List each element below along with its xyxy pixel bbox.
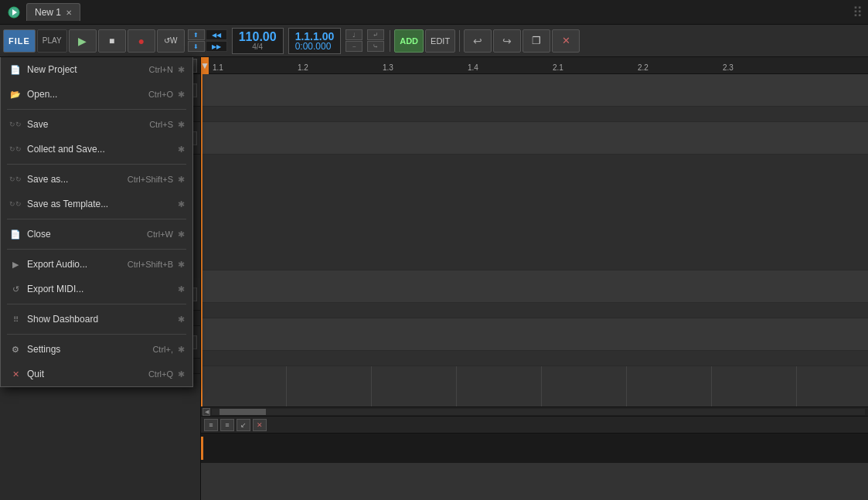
play-button[interactable]: ▶ xyxy=(69,29,97,53)
save-as-template-label: Save as Template... xyxy=(27,199,173,209)
bottom-tb-btn-3[interactable]: ↙ xyxy=(237,419,250,431)
playhead-marker: ▼ xyxy=(201,57,209,74)
ruler-mark-1-1: 1.1 xyxy=(213,63,223,73)
collect-save-label: Collect and Save... xyxy=(27,144,173,155)
delete-button[interactable]: ✕ xyxy=(552,29,580,53)
stop-button[interactable]: ■ xyxy=(98,29,126,53)
arrange-track-1b[interactable] xyxy=(201,107,868,122)
menu-item-new-project[interactable]: 📄 New Project Ctrl+N ✱ xyxy=(1,57,192,82)
quit-icon: ✕ xyxy=(9,369,22,379)
loop-button[interactable]: ↺W xyxy=(157,29,185,53)
menu-item-export-midi[interactable]: ↺ Export MIDI... ✱ xyxy=(1,277,192,301)
copy-button[interactable]: ❐ xyxy=(523,29,550,53)
nav-arrow-down[interactable]: ⬇ xyxy=(188,41,205,52)
record-button[interactable]: ● xyxy=(128,29,155,53)
export-midi-pin: ✱ xyxy=(178,284,185,294)
undo-top[interactable]: ⤶ xyxy=(367,29,384,40)
export-midi-icon: ↺ xyxy=(9,284,22,294)
save-as-pin: ✱ xyxy=(178,175,185,185)
export-midi-label: Export MIDI... xyxy=(27,284,173,294)
nav-arrow-up[interactable]: ⬆ xyxy=(188,29,205,40)
settings-shortcut: Ctrl+, xyxy=(152,345,173,354)
export-audio-pin: ✱ xyxy=(178,260,185,270)
arrange-track-3b[interactable] xyxy=(201,303,868,318)
open-shortcut: Ctrl+O xyxy=(148,90,173,99)
title-bar: New 1 ✕ ⠿ xyxy=(0,0,868,25)
undo-button[interactable]: ↩ xyxy=(464,29,492,53)
menu-item-save-as-template[interactable]: ↻↻ Save as Template... ✱ xyxy=(1,192,192,216)
open-label: Open... xyxy=(27,89,148,100)
position-bars: 1.1.1.00 xyxy=(295,31,335,42)
export-audio-label: Export Audio... xyxy=(27,259,128,270)
save-label: Save xyxy=(27,119,149,130)
loop-icon: ↺W xyxy=(164,36,177,45)
collect-save-icon: ↻↻ xyxy=(9,145,22,153)
ruler-mark-1-2: 1.2 xyxy=(298,63,308,73)
ruler-mark-1-3: 1.3 xyxy=(383,63,393,73)
file-menu-button[interactable]: FILE xyxy=(3,29,36,53)
app-icon xyxy=(6,5,22,20)
metronome-button[interactable]: ♩ xyxy=(345,29,363,40)
time-signature: 4/4 xyxy=(252,43,263,51)
file-menu-dropdown: 📄 New Project Ctrl+N ✱ 📂 Open... Ctrl+O … xyxy=(0,57,193,387)
tempo-display[interactable]: 110.00 4/4 xyxy=(232,28,284,54)
ruler-mark-2-3: 2.3 xyxy=(723,63,734,73)
scroll-track[interactable] xyxy=(212,409,865,415)
collect-save-pin: ✱ xyxy=(178,145,185,155)
arrange-grid xyxy=(201,74,868,406)
bottom-tb-btn-2[interactable]: ≡ xyxy=(220,419,234,431)
play-icon: ▶ xyxy=(78,35,87,47)
menu-item-show-dashboard[interactable]: ⠿ Show Dashboard ✱ xyxy=(1,307,192,332)
arrange-track-4[interactable] xyxy=(201,318,868,351)
arrange-track-2[interactable] xyxy=(201,122,868,155)
horizontal-scrollbar: ◀ xyxy=(201,406,868,416)
tab-title: New 1 xyxy=(35,7,61,18)
menu-item-save[interactable]: ↻↻ Save Ctrl+S ✱ xyxy=(1,112,192,137)
transport-small-controls: ♩ ~ xyxy=(345,29,363,52)
arrange-track-1[interactable] xyxy=(201,74,868,107)
copy-icon: ❐ xyxy=(532,35,541,46)
edit-button[interactable]: EDIT xyxy=(425,29,455,53)
toolbar-separator-2 xyxy=(459,30,460,52)
redo-button[interactable]: ↪ xyxy=(493,29,521,53)
project-tab[interactable]: New 1 ✕ xyxy=(26,3,80,21)
arrange-track-4b[interactable] xyxy=(201,351,868,366)
tab-close-button[interactable]: ✕ xyxy=(66,9,72,17)
bottom-tb-btn-1[interactable]: ≡ xyxy=(204,419,218,431)
record-icon: ● xyxy=(138,35,144,47)
position-display[interactable]: 1.1.1.00 0:00.000 xyxy=(288,28,342,54)
timeline-ruler: ▼ 1.1 1.2 1.3 1.4 2.1 2.2 2.3 xyxy=(201,57,868,74)
scroll-thumb[interactable] xyxy=(220,409,266,415)
position-time: 0:00.000 xyxy=(295,42,335,51)
nav-display-bottom: ▶▶ xyxy=(206,41,227,52)
save-as-template-pin: ✱ xyxy=(178,199,185,209)
menu-item-export-audio[interactable]: ▶ Export Audio... Ctrl+Shift+B ✱ xyxy=(1,252,192,277)
scroll-left-button[interactable]: ◀ xyxy=(203,408,210,416)
show-dashboard-label: Show Dashboard xyxy=(27,314,173,325)
piano-roll-area xyxy=(201,434,868,463)
menu-item-collect-save[interactable]: ↻↻ Collect and Save... ✱ xyxy=(1,137,192,162)
menu-item-close[interactable]: 📄 Close Ctrl+W ✱ xyxy=(1,222,192,247)
tap-button[interactable]: ~ xyxy=(345,41,363,52)
menu-item-save-as[interactable]: ↻↻ Save as... Ctrl+Shift+S ✱ xyxy=(1,167,192,192)
menu-item-quit[interactable]: ✕ Quit Ctrl+Q ✱ xyxy=(1,362,192,386)
bottom-toolbar: ≡ ≡ ↙ ✕ xyxy=(201,417,868,434)
menu-item-open[interactable]: 📂 Open... Ctrl+O ✱ xyxy=(1,82,192,107)
nav-display-top: ◀◀ xyxy=(206,29,227,40)
menu-separator-5 xyxy=(7,304,186,304)
arrange-track-3[interactable] xyxy=(201,270,868,303)
toolbar-separator-1 xyxy=(390,30,390,52)
save-as-label: Save as... xyxy=(27,174,128,185)
close-icon: 📄 xyxy=(9,230,22,240)
redo-icon: ↪ xyxy=(502,35,512,47)
undo-redo-section: ⤶ ⤷ xyxy=(367,29,384,52)
menu-item-settings[interactable]: ⚙ Settings Ctrl+, ✱ xyxy=(1,337,192,362)
show-dashboard-icon: ⠿ xyxy=(9,315,22,324)
add-button[interactable]: ADD xyxy=(394,29,424,53)
play-label-button[interactable]: PLAY xyxy=(37,29,67,53)
piano-roll-playhead xyxy=(201,437,203,460)
bottom-tb-btn-4[interactable]: ✕ xyxy=(253,419,267,431)
redo-bottom[interactable]: ⤷ xyxy=(367,41,384,52)
menu-separator-1 xyxy=(7,109,186,110)
open-pin: ✱ xyxy=(178,90,185,100)
